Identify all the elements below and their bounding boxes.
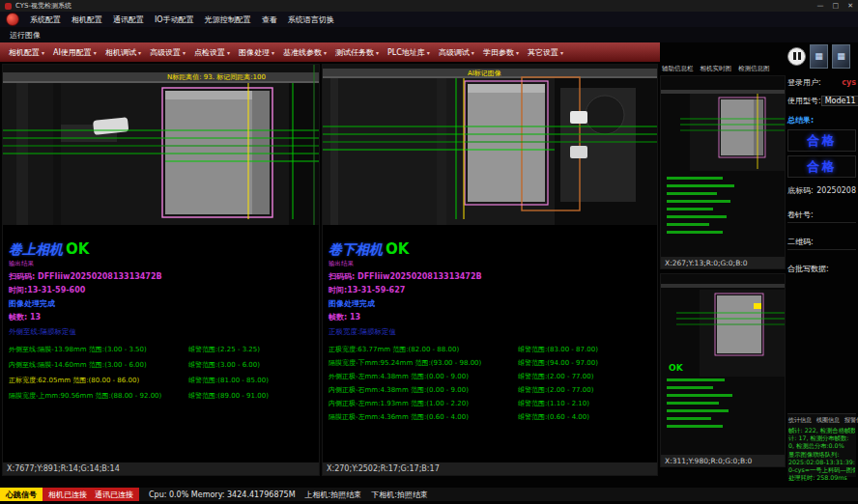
- close-button[interactable]: ✕: [847, 2, 853, 10]
- measurement-row: 隔膜宽度-下mm:95.24mm 范围:(93.00 - 98.00)维警范围:…: [329, 358, 651, 368]
- tab-run-image[interactable]: 运行图像: [10, 30, 41, 41]
- lower-camera-image[interactable]: AI标记图像: [323, 65, 657, 225]
- toolbar-spot-check[interactable]: 点检设置▾: [191, 46, 233, 59]
- tab-camera-live[interactable]: 相机实时图: [701, 65, 732, 73]
- maximize-button[interactable]: □: [833, 2, 840, 10]
- measurement-row: 隔膜宽度-上mm:90.56mm 范围:(88.00 - 92.00)维警范围:…: [9, 391, 313, 401]
- menu-io-manual-config[interactable]: IO手动配置: [155, 14, 194, 25]
- toolbar-camera-config[interactable]: 相机配置▾: [6, 46, 47, 59]
- toolbar-camera-debug[interactable]: 相机调试▾: [102, 46, 144, 59]
- tab-statistics[interactable]: 统计信息: [788, 416, 812, 425]
- menu-system-config[interactable]: 系统配置: [30, 14, 61, 25]
- batch-write-label: 合批写数据:: [787, 264, 856, 274]
- measurement-row: 隔膜正极-左mm:4.36mm 范围:(0.60 - 4.00)维警范围:(0.…: [329, 412, 651, 422]
- chevron-down-icon: ▾: [516, 49, 519, 56]
- upper-camera-image[interactable]: N标距离值: 93. 标记间距离:100: [3, 65, 319, 225]
- tab-aux-info[interactable]: 辅助信息栏: [662, 65, 694, 73]
- measurement-text: 隔膜宽度-下mm:95.24mm 范围:(93.00 - 98.00): [329, 358, 518, 368]
- total-result-lower: 合格: [787, 155, 856, 178]
- toolbar-label: 高级调试: [439, 47, 470, 58]
- snapshot-button-upper[interactable]: ▦: [810, 44, 828, 69]
- menu-view[interactable]: 查看: [262, 14, 277, 25]
- pixel-coords-readout: X:270;Y:2502;R:17;G:17;B:17: [323, 462, 657, 475]
- chevron-down-icon: ▾: [42, 49, 44, 56]
- toolbar-label: 学田参数: [483, 47, 514, 58]
- toolbar-test-tasks[interactable]: 测试任务数▾: [332, 46, 382, 59]
- chevron-down-icon: ▾: [472, 49, 474, 56]
- time-text: 时间:13-31-59-627: [329, 285, 651, 295]
- process-status-text: 图像处理完成: [9, 298, 313, 309]
- thumbnail-column: 辅助信息栏 相机实时图 检测信息图: [660, 64, 786, 476]
- output-subtitle: 输出结果: [9, 260, 313, 268]
- login-user-row: 登录用户: cys: [787, 77, 856, 88]
- chevron-down-icon: ▾: [138, 49, 141, 56]
- toolbar-advanced-debug[interactable]: 高级调试▾: [436, 46, 477, 59]
- measure-overlay-label: N标距离值: 93. 标记间距离:100: [167, 73, 266, 81]
- pause-button[interactable]: [787, 47, 806, 66]
- measurement-text: 内侧正极-左mm:1.93mm 范围:(1.00 - 2.20): [329, 399, 518, 408]
- upper-camera-view: N标距离值: 93. 标记间距离:100 卷上相机 OK 输出结果 扫码码: D…: [2, 64, 320, 476]
- tab-alarm-info[interactable]: 报警信息: [844, 416, 858, 425]
- measurement-text: 正标宽度:62.05mm 范围:(80.00 - 86.00): [9, 376, 188, 385]
- pause-icon: [793, 52, 796, 60]
- pixel-coords-readout: X:311;Y:980;R:0;G:0;B:0: [661, 455, 785, 466]
- toolbar-label: 基准线参数: [283, 47, 322, 58]
- comm-connected-text: 通讯已连接: [95, 490, 133, 500]
- toolbar-advanced-settings[interactable]: 高级设置▾: [147, 46, 188, 59]
- warning-range-text: 维警范围:(1.10 - 2.10): [518, 399, 651, 408]
- run-controls: ▦ ▦: [787, 42, 856, 70]
- toolbar-baseline-params[interactable]: 基准线参数▾: [280, 46, 329, 59]
- tab-detect-info[interactable]: 检测信息图: [738, 65, 770, 73]
- picture-icon: ▦: [837, 51, 845, 61]
- camera-connected-text: 相机已连接: [48, 490, 87, 500]
- menu-camera-config[interactable]: 相机配置: [72, 14, 102, 25]
- calibration-text: 正极宽度:隔膜标定值: [329, 327, 651, 337]
- model-label: 使用型号:: [787, 96, 821, 106]
- warning-range-text: 维警范围:(94.00 - 97.00): [518, 358, 651, 368]
- tab-coil-info[interactable]: 线圈信息: [816, 416, 840, 425]
- pixel-coords-readout: X:7677;Y:891;R:14;G:14;B:14: [3, 462, 319, 475]
- title-bar: CYS-视觉检测系统 — □ ✕: [0, 0, 858, 12]
- measurement-row: 外侧至线:隔膜-13.98mm 范围:(3.00 - 3.50)维警范围:(2.…: [9, 345, 313, 354]
- statistics-tabs: 统计信息 线圈信息 报警信息: [788, 416, 855, 425]
- toolbar-plc-address[interactable]: PLC地址库▾: [385, 46, 433, 59]
- toolbar-other-settings[interactable]: 其它设置▾: [525, 46, 566, 59]
- snapshot-button-lower[interactable]: ▦: [832, 44, 850, 69]
- chevron-down-icon: ▾: [427, 49, 430, 56]
- thumbnail-tabs: 辅助信息栏 相机实时图 检测信息图: [660, 64, 786, 74]
- measurement-row: 正极宽度:63.77mm 范围:(82.00 - 88.00)维警范围:(83.…: [329, 345, 651, 354]
- base-code-row: 底标码: 20250208: [787, 185, 856, 196]
- thumbnail-image-bottom[interactable]: OK: [661, 274, 785, 456]
- upper-result-text: 卷上相机 OK 输出结果 扫码码: DFFIiiw202502081331347…: [3, 225, 319, 462]
- menu-comm-config[interactable]: 通讯配置: [113, 14, 144, 25]
- warning-range-text: 维警范围:(89.00 - 91.00): [188, 391, 313, 401]
- window-title: CYS-视觉检测系统: [15, 1, 72, 11]
- model-row: 使用型号: Mode11: [787, 96, 856, 106]
- warning-range-text: 维警范围:(2.00 - 77.00): [518, 372, 651, 381]
- stats-line: 帧计: 222, 检测合格帧数:: [788, 427, 855, 434]
- warning-range-text: 维警范围:(81.00 - 85.00): [188, 376, 313, 385]
- lower-camera-view: AI标记图像 卷下相机 OK 输出结果 扫码码: DFFIiiw20250208…: [322, 64, 658, 476]
- ai-overlay-label: AI标记图像: [468, 70, 501, 77]
- chevron-down-icon: ▾: [94, 49, 97, 56]
- menu-language-switch[interactable]: 系统语言切换: [288, 14, 334, 25]
- toolbar-label: 点检设置: [194, 47, 225, 58]
- toolbar-field-params[interactable]: 学田参数▾: [480, 46, 522, 59]
- stats-line: 处理耗时: 258.09ms: [788, 474, 855, 482]
- thumbnail-image-top[interactable]: [661, 76, 785, 258]
- warning-range-text: 维警范围:(0.60 - 4.00): [518, 412, 651, 422]
- menu-light-control-config[interactable]: 光源控制配置: [205, 14, 251, 25]
- toolbar-image-processing[interactable]: 图像处理▾: [236, 46, 277, 59]
- app-icon: [5, 3, 12, 10]
- pause-icon: [798, 52, 801, 60]
- minimize-button[interactable]: —: [817, 2, 824, 10]
- login-user-value: cys: [842, 78, 856, 87]
- total-result-label: 总结果:: [787, 115, 856, 126]
- lower-result-text: 卷下相机 OK 输出结果 扫码码: DFFIiiw202502081331347…: [323, 225, 657, 462]
- chevron-down-icon: ▾: [560, 49, 563, 56]
- measurement-row: 外侧正极-左mm:4.38mm 范围:(0.00 - 9.00)维警范围:(2.…: [329, 372, 651, 381]
- cpu-memory-text: Cpu: 0.0% Memory: 3424.41796875M: [149, 488, 296, 501]
- warning-range-text: 维警范围:(2.00 - 77.00): [518, 385, 651, 395]
- toolbar-ai-config[interactable]: AI使用配置▾: [50, 46, 100, 59]
- output-subtitle: 输出结果: [329, 260, 651, 268]
